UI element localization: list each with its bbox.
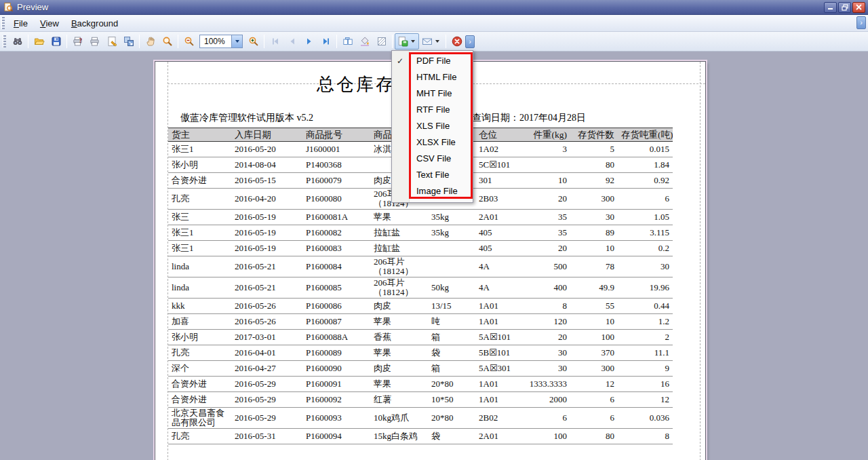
- menu-item-file[interactable]: File: [7, 16, 34, 31]
- scale-button[interactable]: [120, 33, 137, 50]
- margin-guide-right: [700, 62, 701, 460]
- checkmark-icon: ✓: [397, 53, 406, 69]
- hand-tool-button[interactable]: [142, 33, 159, 50]
- table-cell: 2: [618, 330, 673, 345]
- table-cell: [428, 256, 475, 277]
- title-bar: Preview: [0, 0, 868, 15]
- zoom-input[interactable]: [200, 35, 231, 47]
- first-page-button[interactable]: [267, 33, 283, 50]
- magnifier-tool-button[interactable]: [159, 33, 176, 50]
- table-cell: 2016-05-19: [231, 241, 302, 256]
- table-cell: 301: [475, 173, 523, 189]
- menu-item-view[interactable]: View: [34, 16, 65, 31]
- restore-button[interactable]: [838, 2, 851, 13]
- table-cell: 20*80: [428, 408, 475, 429]
- export-menu-item-rtf-file[interactable]: RTF File: [392, 102, 473, 118]
- table-cell: kkk: [168, 299, 231, 314]
- save-button[interactable]: [47, 33, 64, 50]
- page-color-button[interactable]: [356, 33, 373, 50]
- page-setup-button[interactable]: [103, 33, 120, 50]
- table-cell: 300: [570, 361, 618, 377]
- export-menu-item-csv-file[interactable]: CSV File: [392, 151, 473, 167]
- export-menu-item-html-file[interactable]: HTML File: [392, 69, 473, 85]
- table-cell: 5A☒101: [475, 330, 523, 345]
- export-menu-item-label: Image File: [416, 186, 458, 196]
- table-cell: 10*50: [428, 392, 475, 408]
- previous-page-button[interactable]: [283, 33, 300, 50]
- last-page-button[interactable]: [317, 33, 334, 50]
- multiple-pages-button[interactable]: [339, 33, 356, 50]
- export-menu-item-text-file[interactable]: Text File: [392, 167, 473, 183]
- table-cell: 92: [570, 173, 618, 189]
- zoom-out-icon: [184, 36, 195, 47]
- table-cell: 袋: [428, 429, 475, 444]
- minimize-button[interactable]: [824, 2, 837, 13]
- header-cell: 存货吨重(吨): [618, 128, 673, 142]
- table-row: 合资外进2016-05-29P1600091苹果20*801A011333.33…: [168, 377, 673, 392]
- table-cell: 9: [618, 361, 673, 377]
- table-cell: 20: [523, 330, 570, 345]
- toolbar-overflow-chevron[interactable]: ›: [465, 35, 475, 48]
- table-cell: 2016-05-31: [231, 429, 302, 444]
- quick-print-button[interactable]: [86, 33, 103, 50]
- table-row: 北京天昌斋食 品有限公司2016-05-29P160009310kg鸡爪20*8…: [168, 408, 673, 429]
- export-menu-item-mht-file[interactable]: MHT File: [392, 85, 473, 102]
- stop-icon: [452, 36, 462, 47]
- table-cell: 3: [523, 142, 570, 157]
- open-button[interactable]: [31, 33, 47, 50]
- table-cell: P1600081A: [302, 210, 370, 225]
- export-menu-item-xls-file[interactable]: XLS File: [392, 118, 473, 134]
- close-preview-button[interactable]: [448, 33, 465, 50]
- next-page-icon: [304, 36, 315, 47]
- menu-item-background[interactable]: Background: [65, 16, 124, 31]
- window-title: Preview: [17, 2, 824, 12]
- export-document-button[interactable]: [395, 33, 419, 50]
- email-icon: [422, 36, 433, 47]
- zoom-out-button[interactable]: [180, 33, 197, 50]
- table-cell: 206耳片 （18124）: [370, 256, 428, 277]
- zoom-combo-dropdown-button[interactable]: [231, 35, 242, 47]
- page-setup-icon: [106, 36, 117, 47]
- toolbar-separator: [446, 35, 446, 48]
- table-cell: 8: [618, 429, 673, 444]
- menu-bar-items: FileViewBackground: [7, 16, 124, 31]
- table-cell: 500: [523, 256, 570, 277]
- table-cell: 2016-05-19: [231, 225, 302, 241]
- close-window-button[interactable]: [852, 2, 865, 13]
- toolbar-separator: [139, 35, 140, 48]
- export-menu-item-image-file[interactable]: Image File: [392, 183, 473, 199]
- table-cell: 张小明: [168, 157, 231, 173]
- table-cell: 4A: [475, 256, 523, 277]
- table-cell: 2000: [523, 392, 570, 408]
- export-menu-item-pdf-file[interactable]: ✓PDF File: [392, 53, 473, 69]
- hand-icon: [145, 36, 156, 47]
- table-cell: 2A01: [475, 210, 523, 225]
- next-page-button[interactable]: [300, 33, 317, 50]
- table-cell: P1600084: [302, 256, 370, 277]
- export-menu-item-xlsx-file[interactable]: XLSX File: [392, 134, 473, 151]
- print-dialog-button[interactable]: ?: [69, 33, 86, 50]
- table-cell: 206耳片 （18124）: [370, 277, 428, 299]
- header-cell: 货主: [168, 128, 231, 142]
- menubar-grip[interactable]: [1, 17, 5, 29]
- toolbar-grip[interactable]: [3, 35, 6, 47]
- table-cell: 6: [570, 408, 618, 429]
- table-cell: 10: [570, 314, 618, 330]
- magnifier-icon: [162, 36, 173, 47]
- table-cell: P1600086: [302, 299, 370, 314]
- zoom-in-button[interactable]: [245, 33, 262, 50]
- chevron-down-icon: [411, 40, 415, 43]
- table-cell: 2017-03-01: [231, 330, 302, 345]
- table-cell: 2016-05-21: [231, 256, 302, 277]
- table-cell: P1600094: [302, 429, 370, 444]
- table-cell: P1400368: [302, 157, 370, 173]
- table-cell: 张小明: [168, 330, 231, 345]
- toolbar-separator: [336, 35, 337, 48]
- menubar-overflow-chevron[interactable]: ›: [856, 16, 866, 29]
- table-cell: 1A01: [475, 314, 523, 330]
- send-email-button[interactable]: [419, 33, 443, 50]
- search-button[interactable]: [9, 33, 26, 50]
- table-cell: 3.115: [618, 225, 673, 241]
- table-cell: P1600080: [302, 189, 370, 210]
- watermark-button[interactable]: [373, 33, 390, 50]
